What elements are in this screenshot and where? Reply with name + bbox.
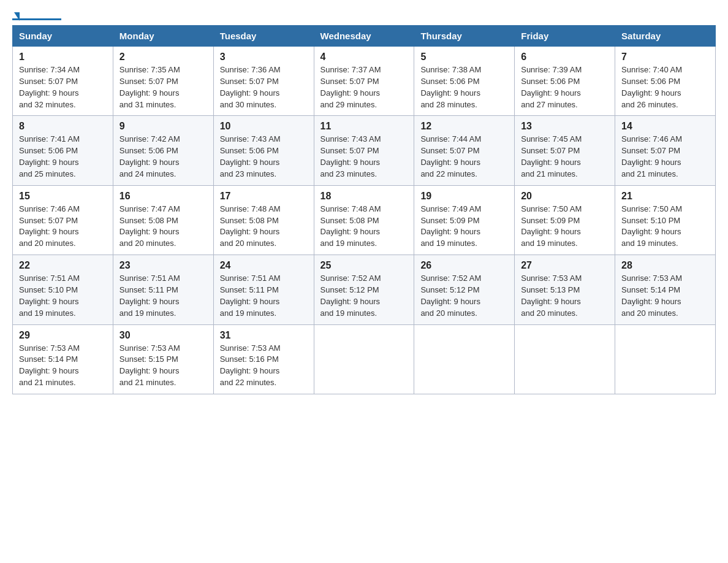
calendar-day-cell: 23 Sunrise: 7:51 AMSunset: 5:11 PMDaylig…	[113, 255, 213, 324]
day-number: 29	[19, 330, 107, 341]
calendar-header-row: SundayMondayTuesdayWednesdayThursdayFrid…	[13, 26, 716, 47]
day-info: Sunrise: 7:37 AMSunset: 5:07 PMDaylight:…	[320, 65, 381, 109]
day-of-week-header: Monday	[113, 26, 213, 47]
calendar-day-cell: 5 Sunrise: 7:38 AMSunset: 5:06 PMDayligh…	[414, 47, 515, 116]
day-info: Sunrise: 7:53 AMSunset: 5:14 PMDaylight:…	[621, 274, 682, 318]
calendar-week-row: 22 Sunrise: 7:51 AMSunset: 5:10 PMDaylig…	[13, 255, 716, 324]
day-info: Sunrise: 7:52 AMSunset: 5:12 PMDaylight:…	[320, 274, 381, 318]
day-number: 13	[521, 121, 609, 132]
day-number: 3	[220, 52, 308, 63]
day-number: 31	[220, 330, 308, 341]
day-info: Sunrise: 7:42 AMSunset: 5:06 PMDaylight:…	[119, 134, 180, 178]
calendar-day-cell: 3 Sunrise: 7:36 AMSunset: 5:07 PMDayligh…	[213, 47, 314, 116]
calendar-day-cell: 17 Sunrise: 7:48 AMSunset: 5:08 PMDaylig…	[213, 185, 314, 255]
calendar-day-cell	[414, 324, 515, 394]
day-number: 11	[320, 121, 408, 132]
calendar-day-cell: 19 Sunrise: 7:49 AMSunset: 5:09 PMDaylig…	[414, 185, 515, 255]
calendar-day-cell: 18 Sunrise: 7:48 AMSunset: 5:08 PMDaylig…	[314, 185, 414, 255]
calendar-week-row: 8 Sunrise: 7:41 AMSunset: 5:06 PMDayligh…	[13, 116, 716, 185]
day-number: 1	[19, 52, 107, 63]
calendar-day-cell: 4 Sunrise: 7:37 AMSunset: 5:07 PMDayligh…	[314, 47, 414, 116]
day-number: 27	[521, 260, 609, 271]
day-number: 8	[19, 121, 107, 132]
day-number: 23	[119, 260, 207, 271]
day-of-week-header: Sunday	[13, 26, 113, 47]
calendar-day-cell: 13 Sunrise: 7:45 AMSunset: 5:07 PMDaylig…	[515, 116, 615, 185]
day-number: 28	[621, 260, 709, 271]
day-info: Sunrise: 7:51 AMSunset: 5:11 PMDaylight:…	[119, 274, 180, 318]
calendar-day-cell: 29 Sunrise: 7:53 AMSunset: 5:14 PMDaylig…	[13, 324, 113, 394]
day-number: 4	[320, 52, 408, 63]
calendar-day-cell: 25 Sunrise: 7:52 AMSunset: 5:12 PMDaylig…	[314, 255, 414, 324]
day-info: Sunrise: 7:36 AMSunset: 5:07 PMDaylight:…	[220, 65, 281, 109]
calendar-day-cell: 9 Sunrise: 7:42 AMSunset: 5:06 PMDayligh…	[113, 116, 213, 185]
day-info: Sunrise: 7:53 AMSunset: 5:14 PMDaylight:…	[19, 343, 80, 388]
calendar-day-cell: 7 Sunrise: 7:40 AMSunset: 5:06 PMDayligh…	[615, 47, 716, 116]
calendar-day-cell: 11 Sunrise: 7:43 AMSunset: 5:07 PMDaylig…	[314, 116, 414, 185]
day-info: Sunrise: 7:47 AMSunset: 5:08 PMDaylight:…	[119, 204, 180, 248]
calendar-week-row: 1 Sunrise: 7:34 AMSunset: 5:07 PMDayligh…	[13, 47, 716, 116]
day-info: Sunrise: 7:45 AMSunset: 5:07 PMDaylight:…	[521, 134, 582, 178]
day-number: 26	[420, 260, 508, 271]
day-info: Sunrise: 7:48 AMSunset: 5:08 PMDaylight:…	[220, 204, 281, 248]
calendar-day-cell: 20 Sunrise: 7:50 AMSunset: 5:09 PMDaylig…	[515, 185, 615, 255]
day-number: 14	[621, 121, 709, 132]
day-info: Sunrise: 7:46 AMSunset: 5:07 PMDaylight:…	[19, 204, 80, 248]
calendar-day-cell: 28 Sunrise: 7:53 AMSunset: 5:14 PMDaylig…	[615, 255, 716, 324]
calendar-week-row: 29 Sunrise: 7:53 AMSunset: 5:14 PMDaylig…	[13, 324, 716, 394]
calendar-day-cell: 30 Sunrise: 7:53 AMSunset: 5:15 PMDaylig…	[113, 324, 213, 394]
calendar-day-cell: 8 Sunrise: 7:41 AMSunset: 5:06 PMDayligh…	[13, 116, 113, 185]
calendar-day-cell: 10 Sunrise: 7:43 AMSunset: 5:06 PMDaylig…	[213, 116, 314, 185]
page-header	[12, 12, 716, 19]
day-number: 10	[220, 121, 308, 132]
day-number: 19	[420, 191, 508, 202]
day-of-week-header: Wednesday	[314, 26, 414, 47]
logo-underline	[12, 18, 61, 20]
day-info: Sunrise: 7:34 AMSunset: 5:07 PMDaylight:…	[19, 65, 80, 109]
day-number: 17	[220, 191, 308, 202]
day-number: 21	[621, 191, 709, 202]
day-number: 5	[420, 52, 508, 63]
day-info: Sunrise: 7:44 AMSunset: 5:07 PMDaylight:…	[420, 134, 481, 178]
day-info: Sunrise: 7:53 AMSunset: 5:13 PMDaylight:…	[521, 274, 582, 318]
calendar-day-cell: 2 Sunrise: 7:35 AMSunset: 5:07 PMDayligh…	[113, 47, 213, 116]
calendar-day-cell: 6 Sunrise: 7:39 AMSunset: 5:06 PMDayligh…	[515, 47, 615, 116]
day-info: Sunrise: 7:43 AMSunset: 5:06 PMDaylight:…	[220, 134, 281, 178]
day-number: 9	[119, 121, 207, 132]
calendar-day-cell	[515, 324, 615, 394]
day-info: Sunrise: 7:39 AMSunset: 5:06 PMDaylight:…	[521, 65, 582, 109]
day-info: Sunrise: 7:53 AMSunset: 5:16 PMDaylight:…	[220, 343, 281, 388]
day-info: Sunrise: 7:40 AMSunset: 5:06 PMDaylight:…	[621, 65, 682, 109]
calendar-day-cell	[314, 324, 414, 394]
calendar-day-cell: 14 Sunrise: 7:46 AMSunset: 5:07 PMDaylig…	[615, 116, 716, 185]
day-info: Sunrise: 7:51 AMSunset: 5:10 PMDaylight:…	[19, 274, 80, 318]
calendar-day-cell: 26 Sunrise: 7:52 AMSunset: 5:12 PMDaylig…	[414, 255, 515, 324]
calendar-day-cell: 21 Sunrise: 7:50 AMSunset: 5:10 PMDaylig…	[615, 185, 716, 255]
day-info: Sunrise: 7:49 AMSunset: 5:09 PMDaylight:…	[420, 204, 481, 248]
logo	[12, 12, 61, 19]
day-number: 6	[521, 52, 609, 63]
day-info: Sunrise: 7:48 AMSunset: 5:08 PMDaylight:…	[320, 204, 381, 248]
day-of-week-header: Saturday	[615, 26, 716, 47]
day-number: 12	[420, 121, 508, 132]
day-info: Sunrise: 7:35 AMSunset: 5:07 PMDaylight:…	[119, 65, 180, 109]
calendar-day-cell: 15 Sunrise: 7:46 AMSunset: 5:07 PMDaylig…	[13, 185, 113, 255]
day-info: Sunrise: 7:46 AMSunset: 5:07 PMDaylight:…	[621, 134, 682, 178]
day-number: 24	[220, 260, 308, 271]
calendar-day-cell: 22 Sunrise: 7:51 AMSunset: 5:10 PMDaylig…	[13, 255, 113, 324]
day-info: Sunrise: 7:53 AMSunset: 5:15 PMDaylight:…	[119, 343, 180, 388]
day-of-week-header: Friday	[515, 26, 615, 47]
calendar-day-cell: 1 Sunrise: 7:34 AMSunset: 5:07 PMDayligh…	[13, 47, 113, 116]
calendar-day-cell: 16 Sunrise: 7:47 AMSunset: 5:08 PMDaylig…	[113, 185, 213, 255]
calendar-day-cell: 27 Sunrise: 7:53 AMSunset: 5:13 PMDaylig…	[515, 255, 615, 324]
day-number: 15	[19, 191, 107, 202]
day-info: Sunrise: 7:41 AMSunset: 5:06 PMDaylight:…	[19, 134, 80, 178]
day-number: 20	[521, 191, 609, 202]
day-info: Sunrise: 7:52 AMSunset: 5:12 PMDaylight:…	[420, 274, 481, 318]
day-of-week-header: Tuesday	[213, 26, 314, 47]
day-number: 18	[320, 191, 408, 202]
day-info: Sunrise: 7:43 AMSunset: 5:07 PMDaylight:…	[320, 134, 381, 178]
calendar-week-row: 15 Sunrise: 7:46 AMSunset: 5:07 PMDaylig…	[13, 185, 716, 255]
calendar-table: SundayMondayTuesdayWednesdayThursdayFrid…	[12, 25, 716, 394]
calendar-day-cell: 31 Sunrise: 7:53 AMSunset: 5:16 PMDaylig…	[213, 324, 314, 394]
